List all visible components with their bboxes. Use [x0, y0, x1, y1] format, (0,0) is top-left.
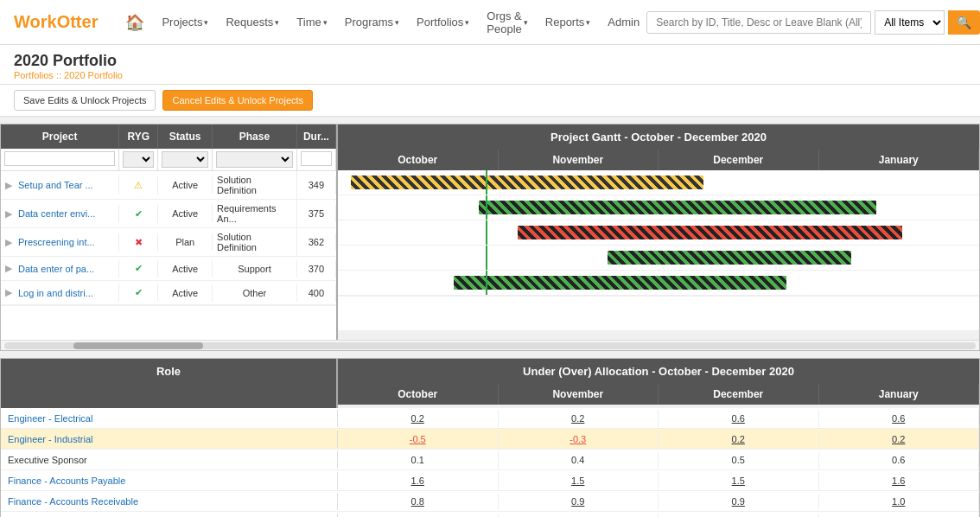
- role-val-nov[interactable]: 1.5: [499, 472, 659, 489]
- table-row: ▶ Setup and Tear ... ⚠ Active Solution D…: [1, 171, 336, 200]
- nav-orgs-people[interactable]: Orgs & People ▾: [480, 4, 534, 41]
- page-title: 2020 Portfolio: [14, 52, 966, 70]
- search-filter-select[interactable]: All Items: [875, 10, 945, 35]
- ryg-filter-select[interactable]: [123, 151, 154, 168]
- save-edits-button[interactable]: Save Edits & Unlock Projects: [14, 90, 156, 111]
- app-logo: WorkOtter: [14, 12, 98, 32]
- ryg-cell: ✔: [119, 205, 158, 223]
- phase-filter-select[interactable]: [216, 151, 293, 168]
- role-data-row-highlighted: Engineer - Industrial -0.5 -0.3 0.2 0.2: [1, 429, 979, 450]
- filter-row: [1, 149, 336, 171]
- gantt-right-panel: Project Gantt - October - December 2020 …: [338, 124, 979, 340]
- project-name-cell[interactable]: ▶ Log in and distri...: [1, 284, 119, 302]
- month-header-jan: January: [819, 150, 980, 170]
- role-val-dec[interactable]: 0.6: [659, 410, 819, 427]
- role-val-dec[interactable]: 1.5: [659, 472, 819, 489]
- search-button[interactable]: 🔍: [948, 10, 980, 35]
- status-cell: Active: [158, 260, 213, 278]
- ryg-cell: ⚠: [119, 176, 158, 195]
- phase-cell: Support: [213, 260, 297, 278]
- phase-col-header: Phase: [213, 124, 297, 149]
- alloc-month-oct: October: [338, 384, 499, 405]
- nav-reports[interactable]: Reports ▾: [538, 10, 598, 34]
- phase-cell: Other: [213, 284, 297, 302]
- role-val-jan[interactable]: 1.0: [819, 493, 980, 510]
- breadcrumb: Portfolios :: 2020 Portfolio: [14, 70, 966, 80]
- gantt-scrollbar[interactable]: [1, 340, 979, 350]
- alloc-month-jan: January: [819, 384, 980, 405]
- page-header: 2020 Portfolio Portfolios :: 2020 Portfo…: [0, 45, 980, 85]
- project-name-cell[interactable]: ▶ Setup and Tear ...: [1, 176, 119, 195]
- role-name[interactable]: Finance - Accounts Receivable: [1, 493, 338, 510]
- role-name: Executive Sponsor: [1, 451, 338, 469]
- table-row: ▶ Prescreening int... ✖ Plan Solution De…: [1, 228, 336, 257]
- status-filter-cell: [158, 149, 213, 170]
- nav-requests[interactable]: Requests ▾: [219, 10, 286, 34]
- cancel-edits-button[interactable]: Cancel Edits & Unlock Projects: [162, 90, 313, 111]
- role-val-dec[interactable]: 0.2: [659, 431, 819, 448]
- role-val-nov[interactable]: 1.1: [499, 514, 659, 518]
- role-val-nov[interactable]: -0.3: [499, 431, 659, 448]
- ryg-cell: ✔: [119, 284, 158, 302]
- project-filter-input[interactable]: [4, 151, 115, 166]
- role-val-dec[interactable]: 0.9: [659, 493, 819, 510]
- nav-projects[interactable]: Projects ▾: [155, 10, 215, 34]
- nav-admin[interactable]: Admin: [601, 10, 646, 34]
- role-name[interactable]: Finance - Billing: [1, 514, 338, 518]
- nav-items: 🏠 Projects ▾ Requests ▾ Time ▾ Programs …: [125, 4, 646, 41]
- nav-time[interactable]: Time ▾: [290, 10, 334, 34]
- nav-portfolios[interactable]: Portfolios ▾: [410, 10, 476, 34]
- status-cell: Active: [158, 205, 213, 222]
- role-val-jan: 0.6: [819, 451, 980, 469]
- month-header-nov: November: [499, 150, 659, 170]
- role-data-row: Finance - Accounts Payable 1.6 1.5 1.5 1…: [1, 470, 979, 491]
- alloc-month-dec: December: [659, 384, 819, 405]
- role-val-oct[interactable]: 0.2: [338, 410, 499, 427]
- dur-cell: 400: [297, 284, 336, 302]
- role-val-jan[interactable]: 1.2: [819, 514, 980, 518]
- project-filter-cell: [1, 149, 119, 170]
- project-name-cell[interactable]: ▶ Data enter of pa...: [1, 259, 119, 278]
- role-val-jan[interactable]: 0.2: [819, 431, 980, 448]
- gantt-bar-row: [338, 170, 979, 195]
- table-row: ▶ Log in and distri... ✔ Active Other 40…: [1, 281, 336, 305]
- role-val-nov[interactable]: 0.9: [499, 493, 659, 510]
- gantt-chart-title: Project Gantt - October - December 2020: [338, 124, 979, 150]
- role-name[interactable]: Engineer - Industrial: [1, 431, 338, 448]
- project-col-header: Project: [1, 124, 119, 149]
- role-left-panel: Role: [1, 359, 338, 408]
- role-val-oct[interactable]: -0.5: [338, 431, 499, 448]
- role-val-jan[interactable]: 0.6: [819, 410, 980, 427]
- status-filter-select[interactable]: [162, 151, 208, 168]
- dur-cell: 362: [297, 233, 336, 251]
- role-name[interactable]: Engineer - Electrical: [1, 410, 338, 427]
- role-name[interactable]: Finance - Accounts Payable: [1, 472, 338, 489]
- role-val-oct[interactable]: 1.6: [338, 472, 499, 489]
- gantt-bar-row: [338, 271, 979, 296]
- ryg-filter-cell: [119, 149, 158, 170]
- role-val-oct[interactable]: 1.2: [338, 514, 499, 518]
- search-input[interactable]: [646, 11, 871, 34]
- alloc-month-nov: November: [499, 384, 659, 405]
- nav-right: All Items 🔍 ⚙ ? 👤: [646, 10, 980, 35]
- role-val-jan[interactable]: 1.6: [819, 472, 980, 489]
- project-name-cell[interactable]: ▶ Data center envi...: [1, 205, 119, 223]
- phase-cell: Solution Definition: [213, 228, 297, 256]
- status-cell: Active: [158, 284, 213, 302]
- role-val-nov[interactable]: 0.2: [499, 410, 659, 427]
- role-val-oct: 0.1: [338, 451, 499, 469]
- gantt-column-headers: Project RYG Status Phase Dur...: [1, 124, 336, 149]
- project-name-cell[interactable]: ▶ Prescreening int...: [1, 233, 119, 252]
- ryg-cell: ✖: [119, 233, 158, 252]
- phase-filter-cell: [213, 149, 297, 170]
- status-cell: Plan: [158, 233, 213, 251]
- gantt-month-headers: October November December January: [338, 150, 979, 170]
- role-val-oct[interactable]: 0.8: [338, 493, 499, 510]
- home-nav-button[interactable]: 🏠: [125, 13, 144, 32]
- nav-programs[interactable]: Programs ▾: [338, 10, 406, 34]
- gantt-bar-row: [338, 195, 979, 220]
- search-container: All Items 🔍: [646, 10, 980, 35]
- dur-filter-input[interactable]: [301, 151, 332, 166]
- status-col-header: Status: [158, 124, 213, 149]
- role-val-dec[interactable]: 1.2: [659, 514, 819, 518]
